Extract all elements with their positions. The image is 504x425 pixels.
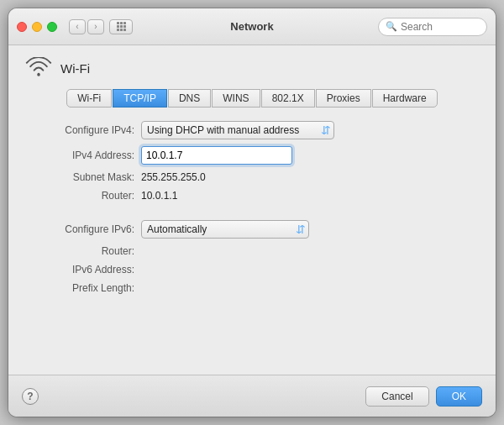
search-box[interactable]: 🔍 [378, 18, 487, 36]
window-title: Network [230, 20, 273, 33]
wifi-header: Wi-Fi [25, 57, 479, 79]
tab-proxies[interactable]: Proxies [316, 89, 371, 108]
subnet-mask-label: Subnet Mask: [25, 171, 134, 183]
tab-wifi[interactable]: Wi-Fi [66, 89, 112, 108]
back-button[interactable]: ‹ [69, 19, 86, 34]
router-value: 10.0.1.1 [141, 190, 177, 202]
ipv4-address-label: IPv4 Address: [25, 150, 134, 161]
configure-ipv6-select[interactable]: Automatically Manually Off [141, 220, 309, 239]
ipv6-address-row: IPv6 Address: [25, 264, 479, 275]
configure-ipv4-row: Configure IPv4: Using DHCP with manual a… [25, 121, 479, 139]
router-label: Router: [25, 190, 134, 202]
content-area: Wi-Fi Wi-Fi TCP/IP DNS WINS 802.1X Proxi… [8, 45, 496, 375]
configure-ipv4-select-container: Using DHCP with manual address Using DHC… [141, 121, 334, 139]
maximize-button[interactable] [47, 22, 57, 32]
configure-ipv4-label: Configure IPv4: [25, 124, 134, 136]
tab-8021x[interactable]: 802.1X [261, 89, 315, 108]
bottom-bar: ? Cancel OK [8, 375, 496, 417]
router-row: Router: 10.0.1.1 [25, 190, 479, 202]
grid-button[interactable] [109, 19, 133, 34]
router-ipv6-label: Router: [25, 245, 134, 257]
ipv4-address-row: IPv4 Address: [25, 146, 479, 165]
traffic-lights [17, 22, 57, 32]
help-button[interactable]: ? [22, 388, 39, 405]
close-button[interactable] [17, 22, 27, 32]
prefix-length-row: Prefix Length: [25, 282, 479, 294]
search-input[interactable] [401, 21, 480, 33]
cancel-button[interactable]: Cancel [365, 386, 428, 407]
network-window: ‹ › Network 🔍 Wi-Fi [8, 8, 496, 417]
minimize-button[interactable] [32, 22, 42, 32]
ipv6-address-label: IPv6 Address: [25, 264, 134, 275]
search-icon: 🔍 [386, 21, 397, 32]
ok-button[interactable]: OK [436, 386, 482, 407]
configure-ipv6-select-container: Automatically Manually Off ⇵ [141, 220, 309, 239]
subnet-mask-row: Subnet Mask: 255.255.255.0 [25, 171, 479, 183]
configure-ipv6-label: Configure IPv6: [25, 223, 134, 235]
ipv4-address-input[interactable] [141, 146, 292, 165]
forward-button[interactable]: › [87, 19, 104, 34]
titlebar: ‹ › Network 🔍 [8, 8, 496, 45]
wifi-icon [25, 57, 52, 79]
tab-wins[interactable]: WINS [212, 89, 260, 108]
svg-point-0 [37, 73, 40, 76]
wifi-label: Wi-Fi [60, 61, 90, 76]
configure-ipv6-row: Configure IPv6: Automatically Manually O… [25, 220, 479, 239]
tab-hardware[interactable]: Hardware [372, 89, 438, 108]
prefix-length-label: Prefix Length: [25, 282, 134, 294]
nav-buttons: ‹ › [69, 19, 104, 34]
tabs-container: Wi-Fi TCP/IP DNS WINS 802.1X Proxies Har… [25, 89, 479, 108]
configure-ipv4-select[interactable]: Using DHCP with manual address Using DHC… [141, 121, 334, 139]
subnet-mask-value: 255.255.255.0 [141, 171, 206, 183]
tab-tcpip[interactable]: TCP/IP [113, 89, 167, 108]
bottom-actions: Cancel OK [365, 386, 482, 407]
tab-dns[interactable]: DNS [168, 89, 211, 108]
router-ipv6-row: Router: [25, 245, 479, 257]
form-section: Configure IPv4: Using DHCP with manual a… [25, 121, 479, 375]
